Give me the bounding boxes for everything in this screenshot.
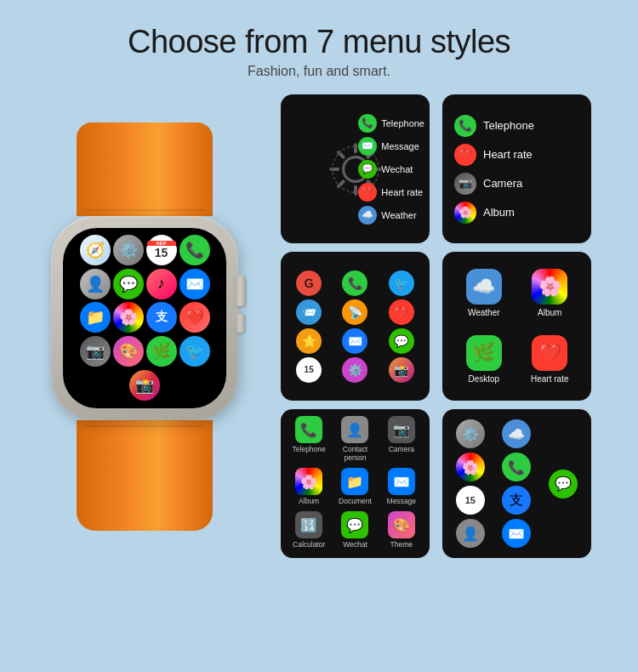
- panel5-contact: 👤 Contact person: [333, 416, 376, 464]
- panel5-contact-label: Contact person: [333, 445, 376, 462]
- panel2-camera-label: Camera: [483, 177, 522, 190]
- panel5-camera: 📷 Camera: [380, 416, 423, 464]
- pig-icon-4: 15: [296, 357, 322, 383]
- panel2-item-album: 🌸 Album: [454, 202, 579, 224]
- watch-case: 🧭 ⚙️ SEP 15 📞 👤 💬 ♪: [51, 216, 238, 420]
- panel2-item-heartrate: ❤️ Heart rate: [454, 144, 579, 166]
- panel2-item-telephone: 📞 Telephone: [454, 115, 579, 137]
- app-instagram[interactable]: 📸: [129, 370, 160, 401]
- heart-icon-p1: ❤️: [358, 183, 377, 202]
- page-title: Choose from 7 menu styles: [0, 24, 638, 60]
- wechat-icon-p1: 💬: [358, 160, 377, 179]
- app-twitter[interactable]: 🐦: [179, 336, 210, 367]
- app-brain[interactable]: 🎨: [113, 336, 144, 367]
- app-safari[interactable]: 🧭: [80, 235, 111, 265]
- document-icon-p5: 📁: [341, 468, 368, 495]
- app-alipay[interactable]: 支: [146, 302, 177, 333]
- pig-icon-3: ⭐: [296, 328, 322, 354]
- heart-icon-p2: ❤️: [454, 144, 476, 166]
- app-mail[interactable]: ✉️: [179, 269, 210, 299]
- album-icon-p2: 🌸: [454, 202, 476, 224]
- panel5-wechat-label: Wechat: [343, 540, 367, 549]
- watch-screen: 🧭 ⚙️ SEP 15 📞 👤 💬 ♪: [63, 228, 226, 408]
- pig-icon-10: ❤️: [389, 299, 414, 325]
- message-icon: ✉️: [358, 137, 377, 156]
- message-icon-p5: ✉️: [388, 468, 415, 495]
- pig-icon-1: G: [296, 271, 322, 296]
- theme-icon-p5: 🎨: [388, 511, 415, 538]
- panel1-weather-label: Weather: [381, 210, 416, 220]
- panel5-theme-label: Theme: [390, 540, 413, 549]
- pig-icon-7: ✉️: [342, 328, 367, 354]
- panel5-telephone: 📞 Telephone: [288, 416, 330, 464]
- camera-icon-p5: 📷: [388, 416, 415, 443]
- panel2-heartrate-label: Heart rate: [483, 148, 533, 161]
- panel1-telephone-label: Telephone: [381, 118, 424, 128]
- panel4-desktop: 🌿 Desktop: [451, 327, 517, 393]
- camera-icon-p2: 📷: [454, 173, 476, 195]
- panel-2x2-style: ☁️ Weather 🌸 Album 🌿 Desktop ❤️ Heart ra…: [442, 252, 591, 401]
- desktop-icon-p4: 🌿: [466, 335, 502, 371]
- panel1-item-wechat: 💬 Wechat: [358, 160, 424, 179]
- app-photos[interactable]: 🌸: [113, 302, 144, 333]
- panel-round-grid-style: ⚙️ 🌸 15 👤 ☁️ 📞 支 ✉️ 💬: [442, 409, 591, 558]
- app-calendar[interactable]: SEP 15: [146, 235, 177, 265]
- panel5-telephone-label: Telephone: [293, 445, 326, 453]
- weather-icon-p4: ☁️: [466, 269, 502, 305]
- phone-icon-p5: 📞: [295, 416, 322, 443]
- panel-3x3-style: 📞 Telephone 👤 Contact person 📷 Camera 🌸 …: [281, 409, 430, 558]
- app-wechat[interactable]: 💬: [113, 269, 144, 299]
- watch-crown: [235, 276, 245, 306]
- pig-icon-8: ⚙️: [342, 357, 367, 383]
- prg-weather: ☁️: [502, 419, 531, 448]
- pig-icon-9: 🐦: [389, 271, 414, 296]
- panel5-calculator: 🔢 Calculator: [288, 511, 330, 551]
- app-phone[interactable]: 📞: [179, 235, 210, 265]
- panel1-message-label: Message: [381, 141, 419, 151]
- app-green[interactable]: 🌿: [146, 336, 177, 367]
- app-files[interactable]: 📁: [80, 302, 111, 333]
- panel1-heartrate-label: Heart rate: [381, 187, 423, 197]
- panel4-desktop-label: Desktop: [468, 374, 499, 384]
- pig-icon-5: 📞: [342, 271, 367, 296]
- panel4-weather: ☁️ Weather: [451, 260, 517, 327]
- panels-grid: 📞 Telephone ✉️ Message 💬 Wechat ❤️ Heart…: [281, 94, 595, 558]
- panel5-document: 📁 Document: [333, 468, 376, 508]
- content-area: 🧭 ⚙️ SEP 15 📞 👤 💬 ♪: [0, 86, 638, 567]
- header: Choose from 7 menu styles Fashion, fun a…: [0, 0, 638, 86]
- watch-container: 🧭 ⚙️ SEP 15 📞 👤 💬 ♪: [9, 122, 281, 531]
- prg-calendar: 15: [456, 486, 485, 515]
- band-bottom: [77, 420, 213, 531]
- phone-icon-p2: 📞: [454, 115, 476, 137]
- app-music[interactable]: ♪: [146, 269, 177, 299]
- album-icon-p5: 🌸: [295, 468, 322, 495]
- panel1-list: 📞 Telephone ✉️ Message 💬 Wechat ❤️ Heart…: [358, 114, 424, 225]
- watch-button: [236, 314, 244, 333]
- app-settings[interactable]: ⚙️: [113, 235, 144, 265]
- panel-text-list-style: 📞 Telephone ❤️ Heart rate 📷 Camera 🌸 Alb…: [442, 94, 591, 243]
- panel4-album: 🌸 Album: [517, 260, 584, 327]
- prg-person: 👤: [456, 519, 485, 548]
- panel1-item-heartrate: ❤️ Heart rate: [358, 183, 424, 202]
- prg-phone: 📞: [502, 453, 531, 481]
- wechat-icon-p5: 💬: [341, 511, 368, 538]
- prg-photos: 🌸: [456, 453, 485, 481]
- prg-settings: ⚙️: [456, 419, 485, 448]
- panel4-album-label: Album: [538, 308, 561, 317]
- band-top: [77, 122, 213, 216]
- pig-icon-6: 📡: [342, 299, 367, 325]
- app-camera[interactable]: 📷: [80, 336, 111, 367]
- panel5-camera-label: Camera: [389, 445, 414, 453]
- panel5-calculator-label: Calculator: [293, 540, 325, 549]
- app-heart[interactable]: ❤️: [179, 302, 210, 333]
- page-wrapper: Choose from 7 menu styles Fashion, fun a…: [0, 0, 638, 567]
- panel4-heartrate-label: Heart rate: [531, 374, 568, 384]
- panel5-message-label: Message: [387, 497, 417, 505]
- contact-icon-p5: 👤: [341, 416, 368, 443]
- page-subtitle: Fashion, fun and smart.: [0, 64, 638, 79]
- panel4-weather-label: Weather: [468, 308, 500, 317]
- pig-icon-12: 📸: [389, 357, 414, 383]
- panel4-heartrate: ❤️ Heart rate: [517, 327, 584, 393]
- app-person[interactable]: 👤: [80, 269, 111, 299]
- panel5-album: 🌸 Album: [288, 468, 330, 508]
